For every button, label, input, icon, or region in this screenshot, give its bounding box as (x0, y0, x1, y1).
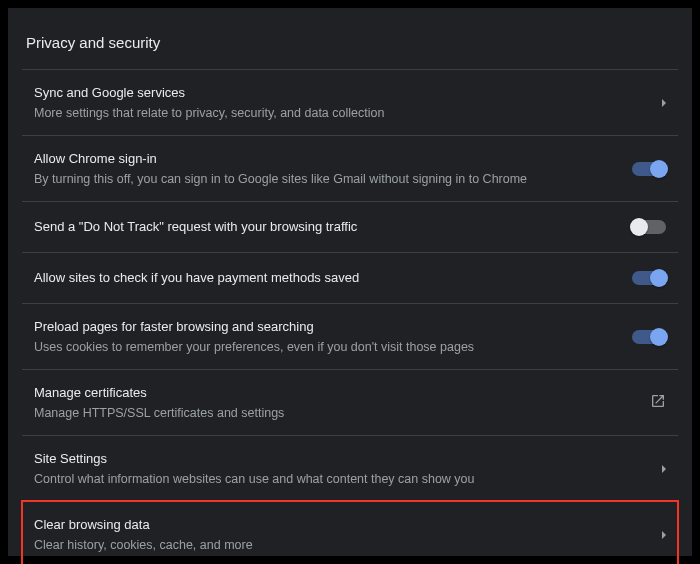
row-text: Manage certificatesManage HTTPS/SSL cert… (34, 384, 650, 421)
toggle-switch[interactable] (632, 271, 666, 285)
chevron-right-icon (662, 99, 666, 107)
chevron-right-icon (662, 465, 666, 473)
row-action-chevron (662, 531, 666, 539)
row-text: Send a "Do Not Track" request with your … (34, 218, 632, 236)
settings-page: Privacy and security Sync and Google ser… (8, 8, 692, 556)
toggle-switch[interactable] (632, 330, 666, 344)
row-subtitle: More settings that relate to privacy, se… (34, 105, 642, 121)
section-title: Privacy and security (8, 18, 692, 69)
row-text: Sync and Google servicesMore settings th… (34, 84, 662, 121)
settings-row[interactable]: Sync and Google servicesMore settings th… (22, 69, 678, 135)
row-title: Allow Chrome sign-in (34, 150, 612, 168)
external-link-icon (650, 393, 666, 413)
row-title: Site Settings (34, 450, 642, 468)
settings-row[interactable]: Site SettingsControl what information we… (22, 435, 678, 501)
toggle-knob (650, 328, 668, 346)
row-action-chevron (662, 465, 666, 473)
row-title: Manage certificates (34, 384, 630, 402)
toggle-knob (650, 160, 668, 178)
row-text: Site SettingsControl what information we… (34, 450, 662, 487)
row-subtitle: Manage HTTPS/SSL certificates and settin… (34, 405, 630, 421)
toggle-switch[interactable] (632, 220, 666, 234)
row-title: Preload pages for faster browsing and se… (34, 318, 612, 336)
toggle-switch[interactable] (632, 162, 666, 176)
settings-row[interactable]: Allow sites to check if you have payment… (22, 252, 678, 303)
row-text: Allow Chrome sign-inBy turning this off,… (34, 150, 632, 187)
row-text: Allow sites to check if you have payment… (34, 269, 632, 287)
row-action-chevron (662, 99, 666, 107)
settings-row[interactable]: Send a "Do Not Track" request with your … (22, 201, 678, 252)
chevron-right-icon (662, 531, 666, 539)
toggle-knob (630, 218, 648, 236)
row-action-toggle (632, 271, 666, 285)
row-subtitle: Uses cookies to remember your preference… (34, 339, 612, 355)
row-action-toggle (632, 162, 666, 176)
row-subtitle: Control what information websites can us… (34, 471, 642, 487)
settings-row[interactable]: Clear browsing dataClear history, cookie… (22, 501, 678, 564)
row-title: Clear browsing data (34, 516, 642, 534)
settings-list: Sync and Google servicesMore settings th… (22, 69, 678, 564)
row-action-toggle (632, 220, 666, 234)
row-title: Sync and Google services (34, 84, 642, 102)
row-title: Allow sites to check if you have payment… (34, 269, 612, 287)
settings-row[interactable]: Manage certificatesManage HTTPS/SSL cert… (22, 369, 678, 435)
row-text: Clear browsing dataClear history, cookie… (34, 516, 662, 553)
row-action-external (650, 393, 666, 413)
settings-row[interactable]: Allow Chrome sign-inBy turning this off,… (22, 135, 678, 201)
row-subtitle: Clear history, cookies, cache, and more (34, 537, 642, 553)
settings-row[interactable]: Preload pages for faster browsing and se… (22, 303, 678, 369)
row-subtitle: By turning this off, you can sign in to … (34, 171, 612, 187)
toggle-knob (650, 269, 668, 287)
row-text: Preload pages for faster browsing and se… (34, 318, 632, 355)
row-title: Send a "Do Not Track" request with your … (34, 218, 612, 236)
row-action-toggle (632, 330, 666, 344)
